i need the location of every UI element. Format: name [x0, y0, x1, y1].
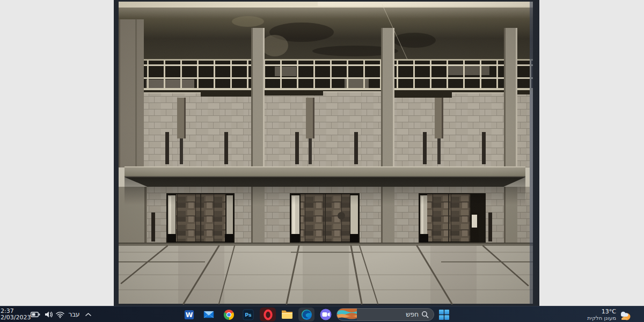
chevron-up-icon	[85, 313, 91, 316]
wifi-glyph	[56, 311, 64, 318]
taskbar-app-file-explorer[interactable]	[279, 308, 295, 321]
photo-viewer	[114, 0, 539, 306]
battery-icon[interactable]	[30, 309, 41, 320]
clock-date: 2/03/2023	[1, 314, 31, 321]
battery-glyph	[31, 311, 40, 318]
search-box[interactable]: חפש	[336, 308, 434, 321]
taskbar-app-photoshop[interactable]: Ps	[240, 308, 256, 321]
word-icon: W	[184, 309, 195, 320]
windows-logo-icon	[439, 310, 449, 320]
folder-icon	[281, 309, 293, 320]
search-placeholder: חפש	[406, 311, 419, 318]
taskbar-app-edge[interactable]	[298, 308, 314, 321]
outlook-icon	[203, 309, 215, 320]
clock[interactable]: 2:37 2/03/2023	[1, 306, 31, 322]
start-button[interactable]	[437, 308, 450, 321]
taskbar: 2:37 2/03/2023 עבר W	[0, 306, 644, 322]
wifi-icon[interactable]	[54, 309, 66, 320]
building-photo	[114, 0, 539, 306]
weather-temperature: 13°C	[602, 309, 616, 315]
taskbar-app-chrome[interactable]	[221, 308, 237, 321]
widgets-weather-button[interactable]: 13°C מעונן חלקית	[585, 308, 634, 322]
photoshop-icon: Ps	[243, 309, 254, 320]
hidden-icons-chevron[interactable]	[83, 309, 93, 320]
taskbar-app-video-call[interactable]	[318, 308, 334, 321]
language-indicator[interactable]: עבר	[67, 309, 82, 320]
weather-condition: מעונן חלקית	[587, 315, 616, 321]
edge-icon	[301, 309, 312, 320]
language-label: עבר	[68, 311, 79, 318]
partly-cloudy-icon	[619, 309, 632, 321]
taskbar-app-opera[interactable]	[260, 308, 276, 321]
taskbar-app-word[interactable]: W	[181, 308, 197, 321]
video-camera-icon	[320, 309, 332, 320]
svg-text:Ps: Ps	[245, 312, 252, 318]
chrome-icon	[223, 309, 235, 320]
search-daily-image	[337, 308, 357, 321]
taskbar-app-outlook[interactable]	[201, 308, 217, 321]
volume-icon[interactable]	[43, 309, 55, 320]
opera-icon	[262, 309, 274, 320]
search-icon	[421, 311, 429, 318]
svg-text:W: W	[185, 310, 193, 318]
volume-glyph	[45, 311, 53, 318]
